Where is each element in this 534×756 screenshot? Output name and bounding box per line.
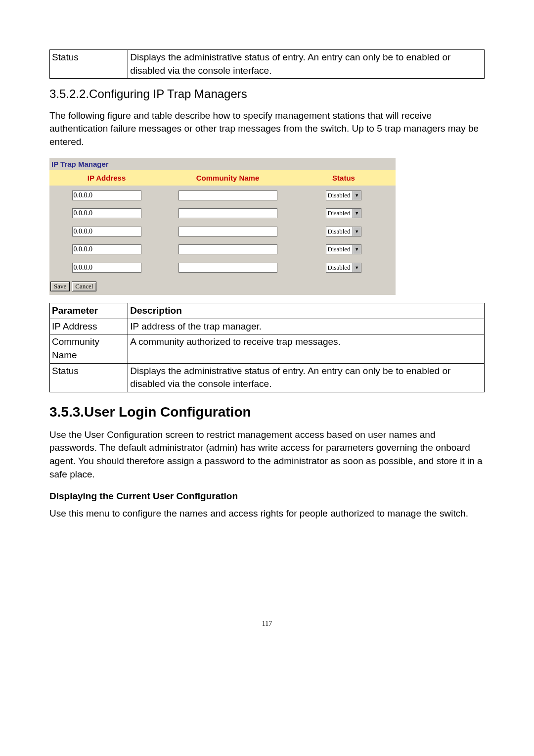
trap-status-select[interactable]: Disabled ▼: [326, 244, 361, 254]
ip-trap-manager-table: IP Address Community Name Status Disable…: [49, 170, 396, 276]
desc-cell: IP address of the trap manager.: [128, 319, 485, 334]
trap-status-value: Disabled: [326, 209, 352, 218]
page-number: 117: [49, 619, 485, 629]
trap-ip-input[interactable]: [72, 263, 141, 273]
trap-row: Disabled ▼: [49, 203, 396, 222]
trap-status-select[interactable]: Disabled ▼: [326, 227, 361, 236]
section-heading-3-5-3: 3.5.3.User Login Configuration: [49, 402, 485, 422]
trap-header-status: Status: [292, 170, 396, 186]
section-heading-3-5-2-2: 3.5.2.2.Configuring IP Trap Managers: [49, 86, 485, 102]
param-cell: Status: [50, 363, 128, 392]
chevron-down-icon: ▼: [353, 227, 361, 236]
trap-ip-input[interactable]: [72, 208, 141, 218]
param-cell: IP Address: [50, 319, 128, 334]
chevron-down-icon: ▼: [353, 209, 361, 218]
trap-row: Disabled ▼: [49, 258, 396, 276]
trap-comm-input[interactable]: [178, 263, 277, 273]
param-header-parameter: Parameter: [50, 303, 128, 319]
trap-ip-input[interactable]: [72, 227, 141, 236]
section-3-5-3-paragraph-1: Use the User Configuration screen to res…: [49, 428, 485, 481]
trap-comm-input[interactable]: [178, 244, 277, 254]
trap-header-comm: Community Name: [164, 170, 292, 186]
trap-comm-input[interactable]: [178, 208, 277, 218]
trap-status-value: Disabled: [326, 227, 352, 236]
chevron-down-icon: ▼: [353, 191, 361, 200]
param-cell: Community Name: [50, 334, 128, 363]
status-fragment-table: Status Displays the administrative statu…: [49, 49, 485, 79]
trap-row: Disabled ▼: [49, 186, 396, 204]
status-fragment-param: Status: [50, 50, 128, 79]
trap-ip-input[interactable]: [72, 244, 141, 254]
section-3-5-3-subheading: Displaying the Current User Configuratio…: [49, 490, 485, 503]
trap-ip-input[interactable]: [72, 190, 141, 200]
trap-status-select[interactable]: Disabled ▼: [326, 190, 361, 200]
section-3-5-2-2-paragraph: The following figure and table describe …: [49, 109, 485, 149]
trap-header-ip: IP Address: [49, 170, 164, 186]
ip-trap-manager-title: IP Trap Manager: [49, 158, 396, 170]
trap-comm-input[interactable]: [178, 190, 277, 200]
status-fragment-desc: Displays the administrative status of en…: [128, 50, 485, 79]
trap-button-row: SaveCancel: [49, 276, 396, 295]
section-3-5-3-paragraph-2: Use this menu to configure the names and…: [49, 507, 485, 520]
trap-status-value: Disabled: [326, 191, 352, 200]
trap-parameter-table: Parameter Description IP Address IP addr…: [49, 303, 485, 392]
trap-comm-input[interactable]: [178, 227, 277, 236]
chevron-down-icon: ▼: [353, 263, 361, 272]
trap-status-value: Disabled: [326, 263, 352, 272]
trap-row: Disabled ▼: [49, 239, 396, 258]
trap-row: Disabled ▼: [49, 222, 396, 240]
trap-status-select[interactable]: Disabled ▼: [326, 263, 361, 273]
trap-status-select[interactable]: Disabled ▼: [326, 208, 361, 218]
param-header-description: Description: [128, 303, 485, 319]
trap-status-value: Disabled: [326, 245, 352, 254]
desc-cell: A community authorized to receive trap m…: [128, 334, 485, 363]
save-button[interactable]: Save: [50, 282, 70, 291]
chevron-down-icon: ▼: [353, 245, 361, 254]
desc-cell: Displays the administrative status of en…: [128, 363, 485, 392]
ip-trap-manager-panel: IP Trap Manager IP Address Community Nam…: [49, 158, 396, 295]
cancel-button[interactable]: Cancel: [72, 282, 96, 291]
